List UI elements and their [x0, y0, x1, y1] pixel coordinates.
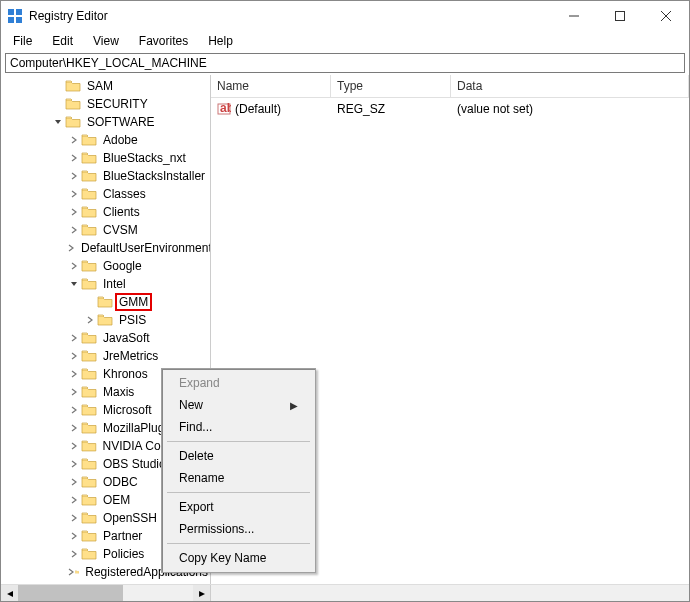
maximize-button[interactable] [597, 1, 643, 31]
tree-node[interactable]: SOFTWARE [51, 113, 210, 131]
chevron-right-icon[interactable] [67, 439, 81, 453]
tree-node-label: GMM [115, 293, 152, 311]
chevron-right-icon[interactable] [67, 421, 81, 435]
chevron-right-icon[interactable] [67, 241, 75, 255]
chevron-right-icon[interactable] [67, 565, 75, 579]
tree-node[interactable]: Adobe [67, 131, 210, 149]
close-button[interactable] [643, 1, 689, 31]
scroll-thumb[interactable] [18, 585, 123, 601]
column-header-type[interactable]: Type [331, 75, 451, 97]
tree-node-label: OpenSSH [101, 511, 159, 525]
values-header: Name Type Data [211, 75, 689, 98]
context-menu-item[interactable]: New▶ [165, 394, 312, 416]
scroll-left-arrow-icon[interactable]: ◂ [1, 585, 18, 601]
chevron-right-icon[interactable] [67, 475, 81, 489]
tree-node-label: Microsoft [101, 403, 154, 417]
context-menu-item[interactable]: Rename [165, 467, 312, 489]
chevron-right-icon[interactable] [67, 385, 81, 399]
folder-icon [81, 511, 97, 525]
titlebar: Registry Editor [1, 1, 689, 31]
tree-node[interactable]: SECURITY [51, 95, 210, 113]
menu-file[interactable]: File [5, 32, 40, 50]
folder-icon [81, 277, 97, 291]
column-header-data[interactable]: Data [451, 75, 689, 97]
tree-node-label: Classes [101, 187, 148, 201]
chevron-down-icon[interactable] [51, 115, 65, 129]
tree-node[interactable]: JreMetrics [67, 347, 210, 365]
tree-node[interactable]: Clients [67, 203, 210, 221]
tree-node-label: Intel [101, 277, 128, 291]
tree-node-label: OEM [101, 493, 132, 507]
tree-node[interactable]: Classes [67, 185, 210, 203]
chevron-right-icon[interactable] [67, 223, 81, 237]
folder-icon [65, 79, 81, 93]
chevron-right-icon[interactable] [67, 457, 81, 471]
svg-text:ab: ab [220, 102, 231, 115]
menu-help[interactable]: Help [200, 32, 241, 50]
tree-node-label: Policies [101, 547, 146, 561]
menu-favorites[interactable]: Favorites [131, 32, 196, 50]
tree-node[interactable]: SAM [51, 77, 210, 95]
tree-node-label: Adobe [101, 133, 140, 147]
context-menu-item-label: Expand [179, 376, 220, 390]
chevron-right-icon[interactable] [83, 313, 97, 327]
tree-node[interactable]: BlueStacks_nxt [67, 149, 210, 167]
tree-node[interactable]: JavaSoft [67, 329, 210, 347]
menu-view[interactable]: View [85, 32, 127, 50]
chevron-right-icon[interactable] [67, 187, 81, 201]
svg-rect-4 [616, 12, 625, 21]
menu-edit[interactable]: Edit [44, 32, 81, 50]
tree-node[interactable]: BlueStacksInstaller [67, 167, 210, 185]
scroll-right-arrow-icon[interactable]: ▸ [193, 585, 210, 601]
folder-icon [81, 475, 97, 489]
maximize-icon [615, 11, 625, 21]
folder-icon [81, 403, 97, 417]
submenu-arrow-icon: ▶ [290, 400, 298, 411]
chevron-right-icon[interactable] [67, 547, 81, 561]
tree-node[interactable]: Google [67, 257, 210, 275]
chevron-right-icon[interactable] [67, 169, 81, 183]
context-menu-item-label: Rename [179, 471, 224, 485]
chevron-right-icon[interactable] [67, 151, 81, 165]
chevron-down-icon[interactable] [67, 277, 81, 291]
tree-node-label: SOFTWARE [85, 115, 157, 129]
context-menu-item[interactable]: Find... [165, 416, 312, 438]
chevron-right-icon[interactable] [67, 583, 81, 584]
chevron-right-icon[interactable] [67, 259, 81, 273]
tree-node[interactable]: GMM [83, 293, 210, 311]
context-menu-item[interactable]: Export [165, 496, 312, 518]
folder-icon [65, 115, 81, 129]
address-bar[interactable]: Computer\HKEY_LOCAL_MACHINE [5, 53, 685, 73]
chevron-right-icon[interactable] [67, 493, 81, 507]
chevron-right-icon[interactable] [67, 205, 81, 219]
tree-node-label: Google [101, 259, 144, 273]
minimize-button[interactable] [551, 1, 597, 31]
folder-icon [81, 205, 97, 219]
chevron-right-icon[interactable] [67, 403, 81, 417]
tree-node[interactable]: CVSM [67, 221, 210, 239]
value-row[interactable]: ab (Default) REG_SZ (value not set) [211, 98, 689, 120]
folder-icon [81, 439, 97, 453]
tree-node[interactable]: PSIS [83, 311, 210, 329]
context-menu-item[interactable]: Copy Key Name [165, 547, 312, 569]
column-header-name[interactable]: Name [211, 75, 331, 97]
tree-node-label: SAM [85, 79, 115, 93]
value-type: REG_SZ [331, 100, 451, 118]
chevron-right-icon[interactable] [67, 331, 81, 345]
context-menu-item[interactable]: Permissions... [165, 518, 312, 540]
folder-icon [81, 349, 97, 363]
folder-icon [81, 421, 97, 435]
chevron-right-icon[interactable] [67, 133, 81, 147]
tree-node[interactable]: Windows [67, 581, 210, 584]
folder-icon [81, 583, 97, 584]
horizontal-scrollbar[interactable]: ◂ ▸ [1, 584, 689, 601]
folder-icon [81, 223, 97, 237]
chevron-right-icon[interactable] [67, 349, 81, 363]
tree-node[interactable]: DefaultUserEnvironment [67, 239, 210, 257]
chevron-right-icon[interactable] [67, 511, 81, 525]
value-data: (value not set) [451, 100, 689, 118]
context-menu-item[interactable]: Delete [165, 445, 312, 467]
chevron-right-icon[interactable] [67, 367, 81, 381]
chevron-right-icon[interactable] [67, 529, 81, 543]
tree-node[interactable]: Intel [67, 275, 210, 293]
